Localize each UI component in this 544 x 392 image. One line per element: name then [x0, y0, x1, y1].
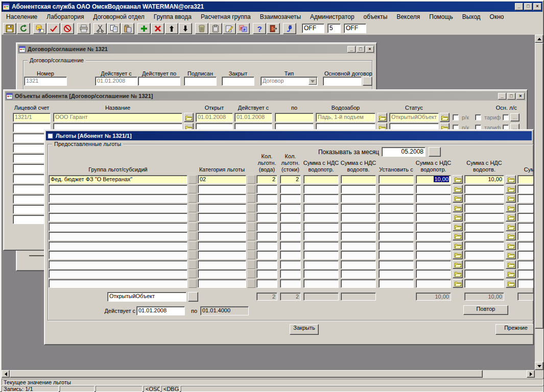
row-strip-button[interactable]: [188, 241, 197, 250]
maximize-button[interactable]: □: [357, 46, 365, 53]
cancel-button[interactable]: [61, 23, 74, 34]
benefit-valid-from-field[interactable]: 01.01.2008: [136, 306, 185, 315]
toolbar-field-3[interactable]: OFF: [344, 23, 366, 33]
scroll-left-icon[interactable]: [2, 370, 10, 378]
benefits-cell-sum_vat_sewage[interactable]: [341, 241, 376, 250]
benefits-cell-sum_vat_water[interactable]: [303, 204, 339, 212]
folder-icon[interactable]: [453, 194, 463, 203]
row-strip-button[interactable]: [247, 185, 255, 193]
benefits-cell-sum_vat_water[interactable]: [303, 241, 339, 250]
benefits-cell-group[interactable]: [49, 232, 187, 240]
row-strip-button[interactable]: [247, 270, 255, 278]
benefits-cell-sum[interactable]: [517, 185, 534, 193]
benefits-cell-sum_vat_sewage2[interactable]: [464, 270, 504, 278]
tariff-checkbox[interactable]: [475, 114, 481, 120]
folder-icon[interactable]: [453, 260, 463, 269]
benefits-cell-qty_water[interactable]: [256, 251, 277, 259]
close-button[interactable]: ×: [366, 46, 374, 53]
menu-item-3[interactable]: Договорной отдел: [88, 12, 149, 21]
benefits-cell-qty_sewage[interactable]: 2: [280, 175, 301, 184]
objects-cell-name[interactable]: ООО Гарант: [53, 113, 182, 122]
benefits-cell-qty_sewage[interactable]: [280, 260, 301, 269]
folder-icon[interactable]: [506, 241, 516, 250]
row-strip-button[interactable]: [247, 175, 255, 184]
benefits-cell-group[interactable]: [49, 279, 187, 288]
benefits-cell-group[interactable]: [49, 270, 187, 278]
menu-item-5[interactable]: Расчетная группа: [196, 12, 255, 21]
benefits-cell-category[interactable]: [198, 232, 246, 240]
benefits-cell-qty_water[interactable]: 2: [256, 175, 277, 184]
benefits-cell-sum_vat_water2[interactable]: 10,00: [416, 175, 451, 184]
benefits-cell-sum_vat_sewage[interactable]: [341, 223, 376, 231]
signed-field[interactable]: [184, 77, 217, 86]
benefits-cell-sum_vat_sewage[interactable]: [341, 232, 376, 240]
row-strip-button[interactable]: [247, 204, 255, 212]
benefits-cell-sum_vat_sewage[interactable]: [341, 213, 376, 222]
benefits-cell-category[interactable]: [198, 241, 246, 250]
row-strip-button[interactable]: [247, 279, 255, 288]
trash-button[interactable]: [195, 23, 208, 34]
benefits-cell-sum_vat_water[interactable]: [303, 260, 339, 269]
benefit-valid-to-field[interactable]: 01.01.4000: [200, 306, 249, 315]
benefits-cell-sum_vat_sewage[interactable]: [341, 270, 376, 278]
benefits-cell-sum[interactable]: [517, 204, 534, 212]
refresh-button[interactable]: [17, 23, 30, 34]
benefits-cell-sum[interactable]: [517, 175, 534, 184]
benefits-cell-sum_vat_water2[interactable]: [416, 232, 451, 240]
benefits-cell-sum[interactable]: [517, 279, 534, 288]
copy-button[interactable]: [107, 23, 121, 34]
show-month-field[interactable]: 05.2008: [382, 147, 425, 157]
folder-icon[interactable]: [453, 251, 463, 259]
benefits-cell-sum_vat_sewage[interactable]: [341, 194, 376, 203]
vscroll-thumb[interactable]: [535, 43, 543, 329]
row-strip-button[interactable]: [247, 194, 255, 203]
benefits-cell-category[interactable]: [198, 213, 246, 222]
main-contract-field[interactable]: [323, 77, 362, 86]
paste-button[interactable]: [121, 23, 134, 34]
benefits-cell-sum_vat_sewage2[interactable]: [464, 241, 504, 250]
minimize-button[interactable]: _: [347, 46, 356, 53]
benefits-cell-qty_water[interactable]: [256, 223, 277, 231]
benefits-cell-category[interactable]: [198, 279, 246, 288]
folder-icon[interactable]: [453, 204, 463, 212]
benefits-cell-sum[interactable]: [517, 260, 534, 269]
benefits-cell-qty_sewage[interactable]: [280, 232, 301, 240]
menu-item-12[interactable]: Окно: [485, 12, 509, 21]
benefits-cell-group[interactable]: [49, 213, 187, 222]
menu-item-10[interactable]: Помощь: [424, 12, 457, 21]
benefits-cell-sum_vat_water[interactable]: [303, 175, 339, 184]
benefits-cell-sum_vat_sewage2[interactable]: [464, 194, 504, 203]
benefits-cell-set_from[interactable]: [379, 175, 414, 184]
benefits-cell-qty_water[interactable]: [256, 204, 277, 212]
row-strip-button[interactable]: [247, 232, 255, 240]
folder-icon[interactable]: [184, 113, 194, 122]
objects-cell-opened[interactable]: 01.01.2008: [196, 113, 233, 122]
benefits-cell-set_from[interactable]: [379, 241, 414, 250]
folder-icon[interactable]: [453, 185, 463, 193]
benefits-cell-qty_sewage[interactable]: [280, 270, 301, 278]
folder-icon[interactable]: [506, 232, 516, 240]
benefits-cell-sum[interactable]: [517, 232, 534, 240]
folder-icon[interactable]: [377, 113, 387, 122]
benefits-cell-sum_vat_water2[interactable]: [416, 260, 451, 269]
benefits-cell-sum_vat_sewage[interactable]: [341, 175, 376, 184]
benefits-cell-sum_vat_water[interactable]: [303, 270, 339, 278]
row-strip-button[interactable]: [188, 260, 197, 269]
benefits-cell-sum_vat_water[interactable]: [303, 194, 339, 203]
benefits-cell-category[interactable]: [198, 194, 246, 203]
plug-button[interactable]: [283, 23, 296, 34]
benefits-cell-sum_vat_sewage2[interactable]: [464, 185, 504, 193]
row-strip-button[interactable]: [188, 185, 197, 193]
rk-checkbox[interactable]: [453, 114, 459, 120]
benefits-cell-set_from[interactable]: [379, 185, 414, 193]
folder-icon[interactable]: [453, 270, 463, 278]
folder-icon[interactable]: [453, 213, 463, 222]
benefits-cell-group[interactable]: [49, 260, 187, 269]
row-strip-button[interactable]: [188, 270, 197, 278]
row-strip-button[interactable]: [188, 279, 197, 288]
benefits-cell-sum[interactable]: [517, 270, 534, 278]
folder-icon[interactable]: [453, 223, 463, 231]
benefits-cell-sum_vat_water[interactable]: [303, 279, 339, 288]
menu-item-4[interactable]: Группа ввода: [149, 12, 196, 21]
repeat-button[interactable]: Повтор: [463, 305, 508, 315]
